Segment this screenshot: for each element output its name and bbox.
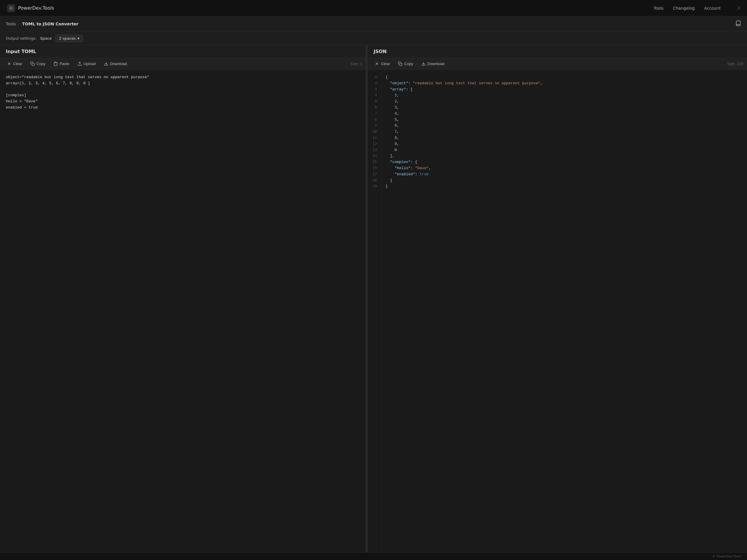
space-dropdown[interactable]: 2 spaces ▾ [55, 35, 83, 42]
breadcrumb-bar: Tools › TOML to JSON Converter [0, 16, 747, 32]
breadcrumb-current: TOML to JSON Converter [22, 22, 78, 26]
logo-text: PowerDev.Tools [18, 5, 54, 11]
input-download-label: Download [110, 61, 127, 66]
download-icon [421, 61, 426, 66]
output-copy-button[interactable]: Copy [394, 60, 416, 68]
copy-icon [30, 61, 35, 66]
editor-area[interactable]: object="readable but long text that serv… [0, 70, 366, 553]
input-upload-button[interactable]: Upload [74, 60, 99, 68]
main-content: Input TOML Clear Copy Paste [0, 45, 747, 553]
nav-account[interactable]: Account [704, 6, 721, 10]
theme-toggle-icon[interactable]: ☽ [736, 5, 740, 11]
space-value: 2 spaces [59, 36, 76, 41]
input-toolbar: Clear Copy Paste Upload [0, 58, 366, 70]
nav-tools[interactable]: Tools [654, 6, 664, 10]
settings-bar: Output settings: Space 2 spaces ▾ [0, 32, 747, 45]
chevron-down-icon: ▾ [77, 36, 79, 41]
book-icon[interactable] [735, 20, 741, 27]
line-numbers: 12345678910111213141516171819 [368, 70, 382, 553]
toml-input[interactable]: object="readable but long text that serv… [0, 70, 366, 553]
breadcrumb-separator: › [18, 22, 20, 26]
logo-icon [7, 4, 15, 12]
output-toolbar: Clear Copy Download Size: 220 [368, 58, 747, 70]
output-clear-label: Clear [381, 61, 390, 66]
input-copy-button[interactable]: Copy [27, 60, 49, 68]
space-label: Space [40, 36, 52, 41]
x-icon [7, 61, 11, 66]
output-panel: JSON Clear Copy Download [368, 45, 747, 553]
json-code: { "object": "readable but long text that… [382, 70, 747, 553]
topnav: PowerDev.Tools Tools Changelog Account ☽ [0, 0, 747, 16]
paste-icon [53, 61, 58, 66]
input-panel-header: Input TOML [0, 45, 366, 58]
output-settings-label: Output settings: [6, 36, 37, 41]
input-clear-label: Clear [13, 61, 22, 66]
input-size-label: Size: 1 [351, 62, 362, 66]
svg-rect-9 [400, 63, 402, 65]
copyright-text: © PowerDev.Tools [712, 555, 741, 558]
breadcrumb: Tools › TOML to JSON Converter [6, 22, 78, 26]
svg-point-0 [10, 7, 12, 9]
input-panel: Input TOML Clear Copy Paste [0, 45, 366, 553]
input-paste-button[interactable]: Paste [50, 60, 73, 68]
input-paste-label: Paste [59, 61, 69, 66]
output-download-label: Download [428, 61, 444, 66]
logo-area: PowerDev.Tools [7, 4, 54, 12]
x-icon [375, 61, 379, 66]
nav-links: Tools Changelog Account ☽ [654, 5, 740, 11]
output-download-button[interactable]: Download [418, 60, 448, 68]
download-icon [104, 61, 108, 66]
svg-rect-3 [32, 63, 34, 65]
breadcrumb-tools-link[interactable]: Tools [6, 22, 16, 26]
upload-icon [78, 61, 82, 66]
input-download-button[interactable]: Download [100, 60, 130, 68]
output-copy-label: Copy [404, 61, 413, 66]
input-clear-button[interactable]: Clear [3, 60, 26, 68]
footer: © PowerDev.Tools [0, 553, 747, 560]
input-copy-label: Copy [36, 61, 45, 66]
json-output: 12345678910111213141516171819 { "object"… [368, 70, 747, 553]
output-size-label: Size: 220 [727, 62, 744, 66]
input-upload-label: Upload [84, 61, 96, 66]
svg-rect-4 [55, 62, 56, 63]
output-clear-button[interactable]: Clear [371, 60, 393, 68]
nav-changelog[interactable]: Changelog [673, 6, 695, 10]
output-panel-header: JSON [368, 45, 747, 58]
copy-icon [398, 61, 403, 66]
